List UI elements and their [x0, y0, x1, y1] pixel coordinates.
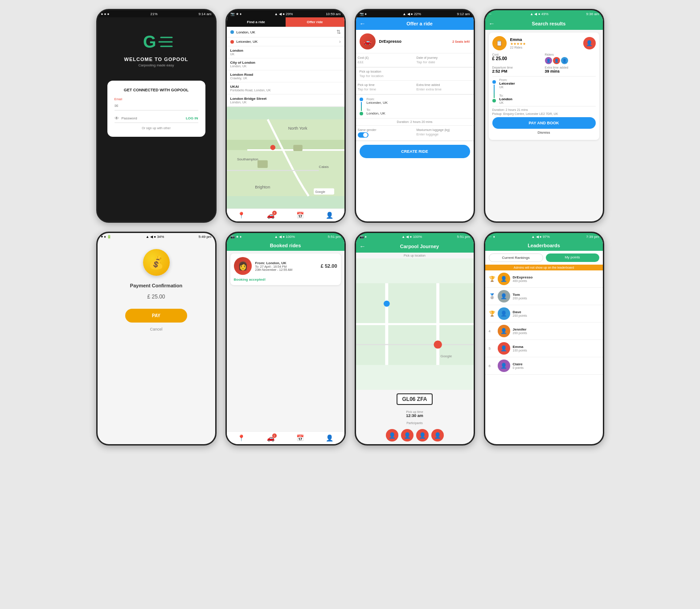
departure-detail: Departure time 2:52 PM [492, 66, 543, 74]
gender-toggle[interactable] [358, 132, 368, 138]
svg-text:Google: Google [440, 354, 452, 358]
current-rankings-tab[interactable]: Current Rankings [489, 253, 543, 262]
rider-avatars: 👤 👤 👤 [545, 57, 596, 64]
booking-info: From: London, UK To: 27 April - 16:54 PM… [255, 261, 321, 271]
chevron-right-icon: › [339, 39, 340, 44]
tagline: Carpooling made easy [138, 63, 174, 67]
suggestion-london[interactable]: London UK [227, 46, 344, 58]
participant-1: 👤 [386, 429, 398, 441]
gender-cell: Same gender [356, 126, 415, 141]
gender-label: Same gender [358, 128, 377, 131]
to-location-text: Leicester, UK [237, 40, 258, 44]
svg-text:G: G [143, 33, 156, 51]
nav-rides-6[interactable]: 🚗 1 [256, 434, 286, 441]
to-detail-label: To: [499, 94, 515, 97]
from-dot-route [360, 98, 363, 101]
nav-location-6[interactable]: 📍 [227, 434, 256, 441]
svg-text:Southampton: Southampton [237, 157, 258, 161]
pay-button[interactable]: PAY [125, 309, 187, 323]
suggestion-london-road[interactable]: London Road Crawley, UK [227, 70, 344, 82]
lb-notice: Admins will not show up on the leaderboa… [485, 265, 603, 270]
suggestion-city-london[interactable]: City of London London, UK [227, 58, 344, 70]
nav-location[interactable]: 📍 [227, 212, 256, 219]
date-label: Date of journey [417, 56, 472, 59]
lb-points-1: 400 points [513, 279, 533, 282]
lb-row-6: 6 👤 Claire 0 points [485, 357, 603, 375]
back-arrow-icon[interactable]: ← [360, 20, 366, 27]
create-ride-button[interactable]: CREATE RIDE [360, 145, 470, 158]
cost-value: £££ [358, 60, 413, 64]
lb-points-4: 200 points [513, 331, 527, 335]
back-arrow-search[interactable]: ← [489, 20, 495, 27]
lb-name-6: Claire [513, 362, 524, 366]
driver-avatar: 🚗 [360, 33, 376, 49]
payment-screen: 💰 Payment Confirmation £ 25.00 PAY Cance… [98, 240, 215, 444]
nav-calendar-6[interactable]: 📅 [286, 434, 315, 441]
leaderboard-header: Leaderboards [485, 240, 603, 251]
cost-detail: Cost £ 25.00 [492, 53, 543, 64]
phone-search-results: ← ▲ ◀ ● 49% 9:36 am ← Search results 📋 E… [484, 9, 604, 223]
extra-time-cell: Extra time added Enter extra time [415, 81, 474, 94]
driver-stars: ★★★★★ [510, 42, 526, 46]
pickup-time-cell: Pick up time Tap for time [356, 81, 415, 94]
from-detail-city: Leicester [499, 82, 515, 86]
lb-rank-6: 6 [489, 364, 495, 368]
date-cell: Date of journey Tap for date [415, 53, 474, 67]
pickup-time-label-j: Pick up time [360, 410, 470, 413]
to-dot-route [360, 112, 363, 115]
eye-icon: 👁 [115, 116, 119, 121]
status-bar-3: 📷 ♦ ▲ ◀ ● 22% 9:12 am [356, 10, 474, 17]
trophy-1: 🏆 [489, 276, 495, 282]
participant-3: 👤 [416, 429, 429, 441]
email-field[interactable] [121, 104, 198, 108]
route-line-container [360, 98, 363, 115]
pickup-time-value-j: 12:30 am [360, 413, 470, 418]
date-value: Tap for date [417, 60, 472, 64]
cancel-link[interactable]: Cancel [150, 327, 162, 331]
swap-icon[interactable]: ⇅ [336, 29, 341, 35]
suggestion-london-bridge[interactable]: London Bridge Street London, UK [227, 94, 344, 106]
participant-4: 👤 [431, 429, 444, 441]
from-location-row: London, UK ⇅ [227, 27, 344, 37]
to-label: To: [367, 108, 388, 111]
journey-map: Google [356, 258, 474, 390]
lb-points-5: 100 points [513, 349, 527, 352]
route-details: From: Leicester, UK To: London, UK [367, 98, 388, 115]
journey-title: Carpool Journey [369, 244, 470, 249]
svg-text:Google: Google [315, 190, 325, 194]
back-arrow-journey[interactable]: ← [360, 243, 366, 250]
lb-name-2: Tom [513, 293, 527, 297]
to-dot [230, 40, 234, 44]
to-value: London, UK [367, 111, 388, 115]
pickup-detail: Pickup: Enquiry Centre, Leicester LE2 7D… [492, 112, 596, 115]
map-area: Brighton North York Calais Southampton G… [227, 107, 344, 208]
my-points-tab[interactable]: My points [546, 253, 599, 262]
nav-profile[interactable]: 👤 [315, 212, 344, 219]
participants-label: Participants [360, 421, 470, 425]
suggestion-ukai[interactable]: UKAI Portobello Road, London, UK [227, 82, 344, 94]
luggage-value: Enter luggage [417, 132, 472, 136]
offer-title: Offer a ride [369, 21, 470, 26]
offer-ride-tab[interactable]: Offer ride [286, 17, 344, 27]
pay-book-button[interactable]: PAY AND BOOK [492, 117, 596, 129]
booking-status: Booking accepted! [234, 278, 337, 282]
password-field[interactable] [122, 116, 186, 120]
lb-row-3: 🏆 👤 Dave 200 points [485, 305, 603, 323]
map-svg: Brighton North York Calais Southampton G… [227, 107, 344, 208]
dismiss-button[interactable]: Dismiss [492, 129, 596, 136]
status-bar-1: ● ● ● 21% 9:14 am [98, 10, 215, 17]
lb-name-1: DrExpresso [513, 275, 533, 279]
nav-profile-6[interactable]: 👤 [315, 434, 344, 441]
find-ride-tab[interactable]: Find a ride [227, 17, 286, 27]
svg-rect-7 [293, 145, 303, 151]
booking-price: £ 52.00 [321, 263, 337, 269]
trophy-2: 🥈 [489, 293, 495, 299]
nav-rides[interactable]: 🚗 4 [256, 212, 286, 219]
from-dot-p4 [492, 80, 496, 84]
driver-row: 🚗 DrExpresso 2 Seats left! [356, 30, 474, 53]
nav-calendar[interactable]: 📅 [286, 212, 315, 219]
route-dots-p4 [492, 78, 496, 104]
pickup-loc-value: Tap for location [360, 74, 470, 78]
lb-avatar-6: 👤 [498, 360, 510, 372]
login-button[interactable]: LOG IN [186, 116, 198, 120]
